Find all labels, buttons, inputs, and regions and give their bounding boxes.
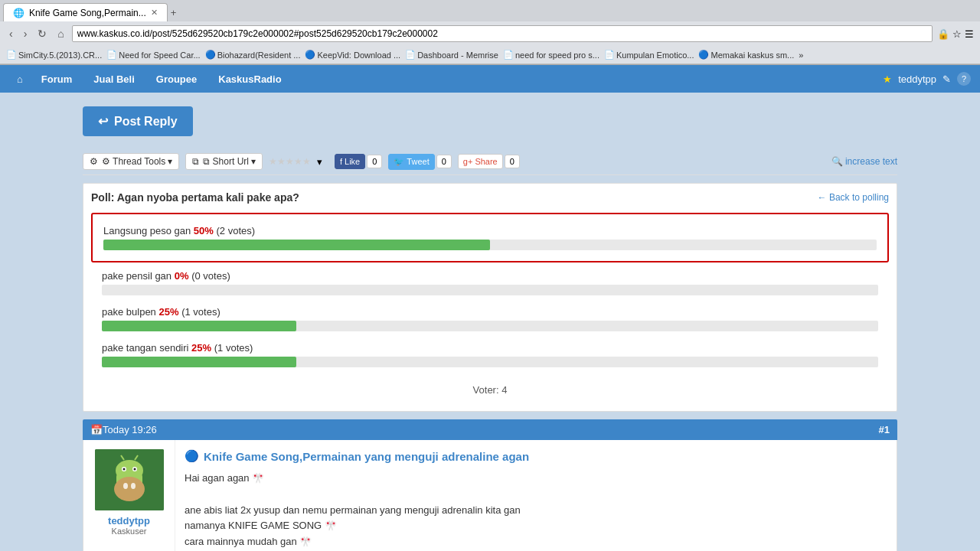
post-number: #1	[879, 424, 890, 435]
post-body: teddytpp Kaskuser 🔵 Knife Game Song,Perm…	[83, 440, 897, 551]
star-icon[interactable]: ☆	[952, 28, 962, 40]
voter-count: Voter: 4	[102, 378, 878, 396]
post-content: 🔵 Knife Game Song,Permainan yang menguji…	[175, 440, 897, 551]
home-btn[interactable]: ⌂	[54, 26, 67, 41]
tab-close-btn[interactable]: ✕	[151, 8, 158, 18]
back-btn[interactable]: ‹	[6, 26, 16, 41]
calendar-icon: 📅	[90, 424, 103, 435]
nav-groupee[interactable]: Groupee	[145, 67, 207, 91]
browser-icons: 🔒 ☆ ☰	[937, 28, 974, 40]
svg-point-10	[123, 483, 128, 489]
svg-point-5	[122, 468, 125, 471]
increase-text-btn[interactable]: 🔍 increase text	[831, 156, 897, 167]
gear-icon: ⚙	[90, 156, 98, 167]
post-sidebar: teddytpp Kaskuser	[83, 440, 175, 551]
share-btn[interactable]: g+ Share	[458, 154, 503, 169]
bookmark-item[interactable]: 🔵 Biohazard(Resident ...	[205, 50, 301, 60]
bookmark-item[interactable]: 📄 Kumpulan Emotico...	[604, 50, 694, 60]
tab-favicon: 🌐	[13, 8, 24, 18]
poll-option-2: pake bulpen 25% (1 votes)	[102, 306, 878, 331]
chevron-down-icon: ▾	[168, 156, 172, 167]
more-bookmarks-btn[interactable]: »	[799, 51, 803, 60]
chevron-down-icon-2: ▾	[251, 156, 256, 167]
tweet-count: 0	[436, 155, 452, 168]
toolbar: ⚙ ⚙ Thread Tools ▾ ⧉ ⧉ Short Url ▾ ★★★★★…	[83, 148, 897, 175]
poll-option-1-pct: 0%	[175, 270, 189, 282]
bookmark-item[interactable]: 📄 SimCity.5.(2013).CR...	[6, 50, 102, 60]
help-icon[interactable]: ?	[957, 72, 971, 86]
post-date: Today 19:26	[103, 424, 157, 435]
poll-bar-bg-2	[102, 321, 878, 331]
reload-btn[interactable]: ↻	[34, 26, 50, 41]
poll-header: Poll: Agan nyoba pertama kali pake apa? …	[91, 191, 889, 204]
browser-chrome: 🌐 Knife Game Song,Permain... ✕ + ‹ › ↻ ⌂…	[0, 0, 980, 65]
bookmarks-bar: 📄 SimCity.5.(2013).CR... 📄 Need for Spee…	[0, 46, 980, 64]
share-count: 0	[505, 155, 520, 168]
poll-option-0-label: Langsung peso gan 50% (2 votes)	[103, 225, 877, 236]
nav-links: ⌂ Forum Jual Beli Groupee KaskusRadio	[9, 67, 292, 91]
poll-option-0-pct: 50%	[194, 225, 214, 236]
poll-other-options: pake pensil gan 0% (0 votes) pake bulpen…	[91, 270, 889, 396]
nav-jual-beli[interactable]: Jual Beli	[83, 67, 145, 91]
post-thread-title: 🔵 Knife Game Song,Permainan yang menguji…	[185, 449, 887, 463]
browser-tab[interactable]: 🌐 Knife Game Song,Permain... ✕	[3, 3, 168, 21]
user-star-icon: ★	[883, 73, 892, 85]
poll-option-1: pake pensil gan 0% (0 votes)	[102, 270, 878, 295]
lock-icon: 🔒	[937, 28, 949, 40]
poll-container: Poll: Agan nyoba pertama kali pake apa? …	[83, 183, 897, 412]
back-to-polling-link[interactable]: ← Back to polling	[818, 192, 889, 203]
nav-home[interactable]: ⌂	[9, 67, 31, 91]
bookmark-item[interactable]: 📄 need for speed pro s...	[503, 50, 599, 60]
like-btn[interactable]: f Like	[335, 154, 365, 169]
poll-option-3-pct: 25%	[191, 342, 211, 354]
poll-title: Poll: Agan nyoba pertama kali pake apa?	[91, 191, 299, 204]
search-plus-icon: 🔍	[831, 156, 843, 167]
post-user-role: Kaskuser	[90, 527, 168, 536]
nav-kaskusradio[interactable]: KaskusRadio	[207, 67, 292, 91]
nav-forum[interactable]: Forum	[31, 67, 83, 91]
rating-stars[interactable]: ★★★★★	[269, 156, 311, 167]
thread-tools-btn[interactable]: ⚙ ⚙ Thread Tools ▾	[83, 153, 179, 170]
poll-option-1-label: pake pensil gan 0% (0 votes)	[102, 270, 878, 282]
post-text: Hai agan agan 🎌 ane abis liat 2x yusup d…	[185, 471, 887, 550]
bookmark-item[interactable]: 🔵 Memakai kaskus sm...	[698, 50, 794, 60]
tweet-btn[interactable]: 🐦 Tweet	[388, 154, 434, 170]
post-section: 📅 Today 19:26 #1	[83, 419, 897, 551]
edit-icon[interactable]: ✎	[942, 73, 951, 85]
tab-bar: 🌐 Knife Game Song,Permain... ✕ +	[0, 0, 980, 21]
poll-bar-fill-0	[103, 240, 490, 250]
post-username[interactable]: teddytpp	[90, 515, 168, 527]
tab-title: Knife Game Song,Permain...	[29, 8, 146, 18]
svg-point-11	[131, 483, 136, 489]
avatar	[95, 449, 164, 510]
poll-bar-fill-2	[102, 321, 296, 331]
gplus-icon: g+	[463, 157, 473, 166]
poll-option-3: pake tangan sendiri 25% (1 votes)	[102, 342, 878, 367]
poll-option-2-label: pake bulpen 25% (1 votes)	[102, 306, 878, 318]
facebook-icon: f	[340, 157, 342, 166]
url-input[interactable]	[72, 25, 933, 42]
bookmark-item[interactable]: 📄 Dashboard - Memrise	[405, 50, 498, 60]
twitter-icon: 🐦	[394, 157, 404, 167]
poll-bar-bg-1	[102, 285, 878, 295]
menu-icon[interactable]: ☰	[965, 28, 974, 40]
forward-btn[interactable]: ›	[21, 26, 31, 41]
new-tab-btn[interactable]: +	[171, 7, 177, 18]
poll-option-3-label: pake tangan sendiri 25% (1 votes)	[102, 342, 878, 354]
post-reply-button[interactable]: ↩ Post Reply	[83, 106, 193, 136]
short-url-btn[interactable]: ⧉ ⧉ Short Url ▾	[185, 153, 263, 170]
bookmark-item[interactable]: 🔵 KeepVid: Download ...	[305, 50, 400, 60]
poll-bar-bg-0	[103, 240, 877, 250]
poll-highlighted-option: Langsung peso gan 50% (2 votes)	[91, 213, 889, 262]
svg-point-9	[114, 477, 145, 501]
svg-point-6	[133, 468, 136, 471]
poll-bar-fill-3	[102, 357, 296, 367]
poll-bar-bg-3	[102, 357, 878, 367]
post-header: 📅 Today 19:26 #1	[83, 419, 897, 440]
username-nav[interactable]: teddytpp	[898, 73, 936, 85]
post-thread-icon: 🔵	[185, 449, 199, 463]
reply-icon: ↩	[98, 114, 108, 129]
like-count: 0	[367, 155, 382, 168]
bookmark-item[interactable]: 📄 Need for Speed Car...	[106, 50, 200, 60]
top-nav: ⌂ Forum Jual Beli Groupee KaskusRadio ★ …	[0, 65, 980, 93]
